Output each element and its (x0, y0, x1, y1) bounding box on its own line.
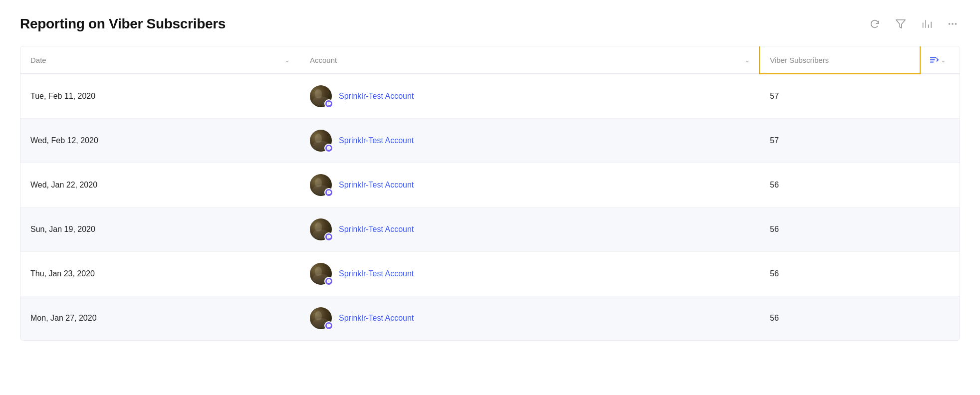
cell-account: Sprinklr-Test Account (300, 163, 760, 207)
cell-subscribers: 57 (760, 81, 920, 112)
viber-badge-icon (324, 99, 333, 108)
header-row: Reporting on Viber Subscribers (20, 16, 960, 32)
avatar (310, 130, 332, 152)
col-subscribers-label: Viber Subscribers (770, 56, 829, 64)
svg-point-6 (952, 23, 954, 25)
chevron-down-icon: ⌄ (284, 56, 290, 64)
col-header-subscribers[interactable]: Viber Subscribers (759, 46, 921, 74)
chevron-down-icon: ⌄ (744, 56, 750, 64)
cell-account: Sprinklr-Test Account (300, 119, 760, 163)
viber-badge-icon (324, 188, 333, 197)
viber-badge-icon (324, 321, 333, 330)
table-row: Mon, Jan 27, 2020 Sprinklr-Test Account … (20, 296, 960, 340)
table-header: Date ⌄ Account ⌄ Viber Subscribers (20, 46, 960, 74)
cell-date: Wed, Jan 22, 2020 (20, 170, 300, 200)
col-header-account[interactable]: Account ⌄ (300, 46, 760, 73)
data-table: Date ⌄ Account ⌄ Viber Subscribers (20, 46, 960, 341)
filter-button[interactable] (893, 16, 908, 31)
cell-subscribers: 56 (760, 214, 920, 245)
cell-account: Sprinklr-Test Account (300, 207, 760, 251)
col-date-label: Date (30, 56, 46, 64)
avatar (310, 218, 332, 240)
page-container: Reporting on Viber Subscribers (0, 0, 980, 395)
chart-button[interactable] (919, 16, 934, 31)
cell-date: Mon, Jan 27, 2020 (20, 303, 300, 334)
table-row: Thu, Jan 23, 2020 Sprinklr-Test Account … (20, 252, 960, 296)
table-row: Sun, Jan 19, 2020 Sprinklr-Test Account … (20, 207, 960, 252)
svg-point-7 (955, 23, 957, 25)
avatar (310, 307, 332, 329)
table-row: Wed, Feb 12, 2020 Sprinklr-Test Account … (20, 119, 960, 163)
viber-badge-icon (324, 232, 333, 241)
avatar (310, 85, 332, 107)
avatar (310, 263, 332, 285)
avatar (310, 174, 332, 196)
more-options-button[interactable] (945, 16, 960, 31)
account-link[interactable]: Sprinklr-Test Account (339, 225, 414, 234)
account-link[interactable]: Sprinklr-Test Account (339, 136, 414, 145)
cell-empty (920, 307, 960, 329)
cell-empty (920, 263, 960, 285)
cell-date: Tue, Feb 11, 2020 (20, 81, 300, 112)
cell-account: Sprinklr-Test Account (300, 252, 760, 296)
cell-subscribers: 56 (760, 303, 920, 334)
page-title: Reporting on Viber Subscribers (20, 16, 226, 32)
cell-empty (920, 218, 960, 240)
account-link[interactable]: Sprinklr-Test Account (339, 269, 414, 278)
viber-badge-icon (324, 277, 333, 286)
cell-subscribers: 57 (760, 125, 920, 156)
table-body: Tue, Feb 11, 2020 Sprinklr-Test Account … (20, 74, 960, 340)
account-link[interactable]: Sprinklr-Test Account (339, 181, 414, 190)
col-header-sort[interactable]: ⌄ (920, 46, 960, 73)
cell-empty (920, 85, 960, 107)
cell-subscribers: 56 (760, 258, 920, 289)
table-row: Wed, Jan 22, 2020 Sprinklr-Test Account … (20, 163, 960, 207)
svg-point-5 (949, 23, 951, 25)
header-actions (867, 16, 960, 31)
sort-chevron-icon: ⌄ (941, 56, 946, 64)
viber-badge-icon (324, 144, 333, 153)
cell-empty (920, 130, 960, 152)
table-row: Tue, Feb 11, 2020 Sprinklr-Test Account … (20, 74, 960, 119)
cell-empty (920, 174, 960, 196)
cell-account: Sprinklr-Test Account (300, 296, 760, 340)
account-link[interactable]: Sprinklr-Test Account (339, 92, 414, 101)
col-account-label: Account (310, 56, 337, 64)
cell-date: Wed, Feb 12, 2020 (20, 125, 300, 156)
account-link[interactable]: Sprinklr-Test Account (339, 314, 414, 323)
cell-date: Sun, Jan 19, 2020 (20, 214, 300, 245)
svg-marker-0 (896, 20, 905, 28)
sort-icon: ⌄ (930, 55, 946, 64)
cell-date: Thu, Jan 23, 2020 (20, 258, 300, 289)
cell-account: Sprinklr-Test Account (300, 74, 760, 118)
col-header-date[interactable]: Date ⌄ (20, 46, 300, 73)
cell-subscribers: 56 (760, 170, 920, 200)
refresh-button[interactable] (867, 16, 882, 31)
